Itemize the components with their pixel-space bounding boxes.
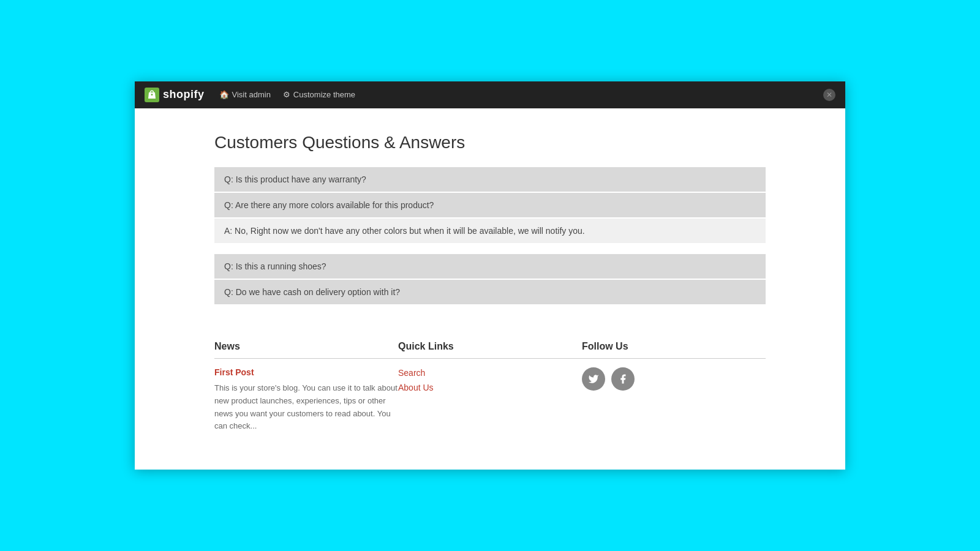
faq-item-2-text: Q: Are there any more colors available f… bbox=[224, 200, 434, 210]
svg-rect-0 bbox=[145, 88, 159, 102]
main-content: Customers Questions & Answers Q: Is this… bbox=[135, 108, 845, 470]
quick-link-search[interactable]: Search bbox=[398, 367, 582, 378]
page-title: Customers Questions & Answers bbox=[214, 133, 766, 152]
shopify-wordmark: shopify bbox=[163, 88, 205, 101]
social-icons bbox=[582, 367, 766, 391]
settings-icon: ⚙ bbox=[283, 90, 290, 99]
footer-news-col: News First Post This is your store's blo… bbox=[214, 341, 398, 433]
footer-followus-col: Follow Us bbox=[582, 341, 766, 433]
shopify-logo: shopify bbox=[145, 88, 205, 102]
faq-answer-2: A: No, Right now we don't have any other… bbox=[214, 219, 766, 243]
followus-title: Follow Us bbox=[582, 341, 766, 359]
quick-link-about[interactable]: About Us bbox=[398, 382, 582, 393]
customize-theme-link[interactable]: ⚙ Customize theme bbox=[283, 90, 355, 99]
faq-item-1[interactable]: Q: Is this product have any warranty? bbox=[214, 167, 766, 192]
faq-item-3[interactable]: Q: Is this a running shoes? bbox=[214, 254, 766, 279]
faq-spacer bbox=[214, 244, 766, 254]
about-link[interactable]: About Us bbox=[398, 383, 434, 392]
browser-window: shopify 🏠 Visit admin ⚙ Customize theme … bbox=[135, 81, 845, 470]
faq-item-2[interactable]: Q: Are there any more colors available f… bbox=[214, 193, 766, 217]
faq-container: Q: Is this product have any warranty? Q:… bbox=[214, 167, 766, 304]
admin-icon: 🏠 bbox=[219, 90, 229, 99]
twitter-svg bbox=[588, 373, 599, 384]
shopify-bag-icon bbox=[145, 88, 159, 102]
quicklinks-title: Quick Links bbox=[398, 341, 582, 359]
news-post-title[interactable]: First Post bbox=[214, 367, 398, 377]
footer: News First Post This is your store's blo… bbox=[214, 341, 766, 433]
visit-admin-label: Visit admin bbox=[232, 90, 271, 99]
news-post-text: This is your store's blog. You can use i… bbox=[214, 382, 398, 433]
visit-admin-link[interactable]: 🏠 Visit admin bbox=[219, 90, 271, 99]
search-link[interactable]: Search bbox=[398, 368, 425, 378]
news-title: News bbox=[214, 341, 398, 359]
quick-links-list: Search About Us bbox=[398, 367, 582, 393]
facebook-svg bbox=[617, 373, 628, 384]
close-button[interactable]: ✕ bbox=[823, 89, 835, 101]
top-bar: shopify 🏠 Visit admin ⚙ Customize theme … bbox=[135, 81, 845, 108]
customize-theme-label: Customize theme bbox=[293, 90, 355, 99]
faq-item-4[interactable]: Q: Do we have cash on delivery option wi… bbox=[214, 280, 766, 304]
facebook-icon[interactable] bbox=[611, 367, 635, 391]
twitter-icon[interactable] bbox=[582, 367, 605, 391]
top-bar-nav: 🏠 Visit admin ⚙ Customize theme bbox=[219, 90, 356, 99]
footer-quicklinks-col: Quick Links Search About Us bbox=[398, 341, 582, 433]
